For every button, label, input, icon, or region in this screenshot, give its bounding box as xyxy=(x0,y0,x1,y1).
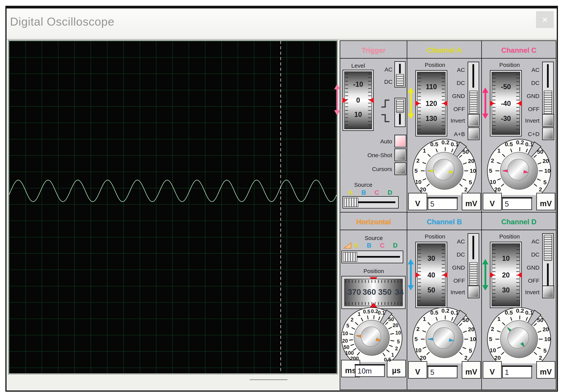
scale-value-text: 1 xyxy=(505,368,509,376)
trigger-level-marker[interactable] xyxy=(334,84,341,116)
coupling-ac-label: AC xyxy=(445,238,465,245)
source-d-label: D xyxy=(388,189,392,196)
channel-a-coupling-switch[interactable] xyxy=(468,62,479,118)
unit-left-label: ms xyxy=(345,366,356,375)
channel-b-scale-knob[interactable]: 20105210.50.20.150201052VmV5 xyxy=(407,306,481,380)
source-b-label: B xyxy=(367,242,371,249)
knob-scale-label: 50 xyxy=(388,316,394,322)
trigger-source-slider[interactable] xyxy=(343,196,399,208)
channel-a-scale-knob[interactable]: 20105210.50.20.150201052VmV5 xyxy=(407,138,481,212)
slider-handle[interactable] xyxy=(343,252,357,262)
coupling-ac-label: AC xyxy=(519,67,539,73)
timebase-knob[interactable]: 2001005020105210.50.20.15020105210.5msµs… xyxy=(340,305,407,379)
knob-scale-label: 1 xyxy=(497,147,501,154)
position-pointer-right-icon xyxy=(517,272,522,278)
knob-scale-label: 10 xyxy=(490,347,496,353)
unit-left-label: V xyxy=(490,199,495,208)
coupling-off-label: OFF xyxy=(519,106,539,112)
horizontal-source-slider[interactable] xyxy=(341,250,403,263)
knob-scale-label: 20 xyxy=(468,326,474,332)
knob-scale-label: 2 xyxy=(395,346,398,351)
trigger-panel: Trigger Level -10 0 10 AC DC xyxy=(340,41,407,212)
scale-value-text: 10m xyxy=(357,367,372,375)
channel-b-title: Channel B xyxy=(407,213,481,230)
coupling-ac-label: AC xyxy=(519,238,539,245)
coupling-dc-label: DC xyxy=(445,251,465,258)
knob-scale-label: 0.1 xyxy=(525,309,533,316)
knob-scale-label: 20 xyxy=(494,186,501,193)
knob-scale-label: 5 xyxy=(397,339,400,345)
cursors-label: Cursors xyxy=(363,166,392,172)
level-pointer-left-icon xyxy=(342,98,347,103)
knob-scale-label: 20 xyxy=(420,355,426,361)
channel-b-coupling-switch[interactable] xyxy=(468,233,479,289)
knob-scale-label: 50 xyxy=(463,149,469,155)
channel-c-invert-button[interactable] xyxy=(542,114,554,127)
knob-scale-label: 1 xyxy=(423,316,426,322)
cursors-button[interactable] xyxy=(394,162,406,175)
knob-scale-label: 5 xyxy=(543,348,547,354)
knob-scale-label: 10 xyxy=(415,347,421,353)
one-shot-button[interactable] xyxy=(394,149,406,161)
channel-c-position-slider[interactable]: -50 -40 -30 xyxy=(490,70,522,136)
trigger-level-slider[interactable]: -10 0 10 xyxy=(343,70,374,131)
knob-scale-label: 10 xyxy=(395,330,401,336)
channel-d-invert-button[interactable] xyxy=(542,285,554,298)
level-tick-label: 0 xyxy=(345,96,372,104)
knob-scale-label: 0.5 xyxy=(384,357,391,363)
trigger-title: Trigger xyxy=(340,41,407,59)
coupling-ac-label: AC xyxy=(445,67,465,73)
position-tick-label: 30 xyxy=(418,254,445,262)
channel-d-coupling-switch[interactable] xyxy=(542,233,554,289)
channel-b-invert-button[interactable] xyxy=(468,285,480,298)
sum-label: C+D xyxy=(515,131,539,137)
knob-scale-label: 2 xyxy=(539,186,542,193)
channel-d-position-marker[interactable] xyxy=(482,259,489,291)
knob-scale-label: 0.2 xyxy=(442,307,450,314)
knob-scale-label: 20 xyxy=(342,338,348,344)
knob-scale-label: 10 xyxy=(544,168,551,174)
level-label: Level xyxy=(343,63,374,69)
knob-scale-label: 0.2 xyxy=(442,139,450,145)
knob-scale-label: 10 xyxy=(342,330,348,336)
knob-scale-label: 1 xyxy=(391,352,394,358)
coupling-gnd-label: GND xyxy=(519,264,539,271)
knob-scale-label: 20 xyxy=(420,186,426,193)
source-c-label: C xyxy=(375,189,379,196)
channel-a-position-slider[interactable]: 110 120 130 xyxy=(415,70,447,136)
knob-scale-label: 0.1 xyxy=(378,310,385,316)
knob-scale-label: 200 xyxy=(350,356,359,361)
channel-c-coupling-switch[interactable] xyxy=(542,62,554,118)
knob-scale-label: 2 xyxy=(464,355,468,361)
channel-d-position-slider[interactable]: 10 20 30 xyxy=(490,242,522,308)
channel-c-position-marker[interactable] xyxy=(482,87,489,119)
channel-a-invert-button[interactable] xyxy=(468,114,480,127)
slider-handle[interactable] xyxy=(344,198,358,207)
knob-scale-label: 2 xyxy=(351,317,354,323)
knob-scale-label: 1 xyxy=(497,316,501,322)
source-c-label: C xyxy=(380,242,384,249)
knob-scale-label: 50 xyxy=(537,317,543,323)
knob-scale-label: 1 xyxy=(423,147,426,154)
horizontal-panel: Horizontal Source A B C D Position xyxy=(340,213,407,390)
knob-scale-label: 0.1 xyxy=(451,141,459,147)
auto-label: Auto xyxy=(363,138,392,145)
horizontal-position-dial[interactable]: 370 360 350 34 xyxy=(341,276,406,309)
trigger-source-letters: A B C D xyxy=(348,189,392,196)
channel-c-scale-knob[interactable]: 20105210.50.20.150201052VmV5 xyxy=(482,138,556,212)
channel-a-position-marker[interactable] xyxy=(407,87,414,119)
channel-b-position-slider[interactable]: 30 40 50 xyxy=(415,242,447,308)
close-button[interactable]: × xyxy=(536,11,554,28)
knob-scale-label: 10 xyxy=(470,336,476,342)
invert-label: Invert xyxy=(440,117,465,124)
knob-scale-label: 5 xyxy=(489,336,492,342)
trigger-edge-switch[interactable] xyxy=(394,98,406,127)
resize-handle[interactable] xyxy=(250,379,287,380)
trigger-coupling-switch[interactable] xyxy=(394,61,406,87)
knob-scale-label: 0.5 xyxy=(505,309,513,316)
channel-b-position-marker[interactable] xyxy=(407,259,414,291)
coupling-off-label: OFF xyxy=(445,277,465,284)
knob-scale-label: 5 xyxy=(543,179,547,185)
channel-d-scale-knob[interactable]: 20105210.50.20.150201052VmV1 xyxy=(482,306,556,380)
auto-button[interactable] xyxy=(394,135,406,147)
